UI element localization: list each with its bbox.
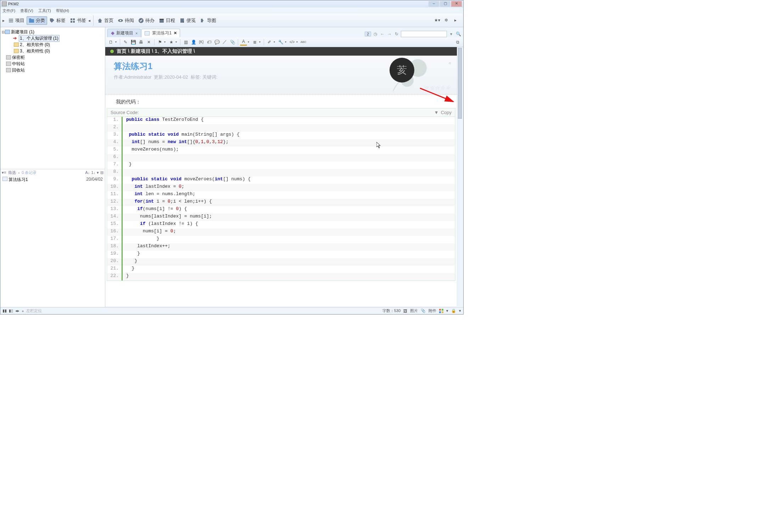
vertical-scrollbar[interactable]: [457, 47, 463, 306]
dropdown-icon[interactable]: ▾: [175, 40, 178, 44]
menu-view[interactable]: 查看(V): [20, 8, 33, 13]
tab-tags[interactable]: 标签: [47, 16, 68, 25]
tree-recycle[interactable]: 回收站: [1, 67, 104, 73]
code-line: 7. }: [107, 162, 455, 169]
tree-item-2[interactable]: 2、相关软件 (0): [1, 41, 104, 48]
star-dropdown-icon[interactable]: ★▾: [433, 17, 441, 24]
abc-icon[interactable]: ABC: [300, 39, 307, 46]
history-icon[interactable]: ◷: [373, 31, 378, 37]
highlight-icon[interactable]: ／: [221, 39, 228, 46]
nav-back-icon[interactable]: ←: [380, 31, 385, 37]
apps-icon[interactable]: [439, 309, 443, 313]
nav-toread[interactable]: 待阅: [116, 16, 136, 25]
source-icon[interactable]: </>: [289, 39, 296, 46]
dropdown-icon[interactable]: ▾: [274, 40, 276, 44]
search-dropdown-icon[interactable]: ▾: [448, 31, 454, 37]
tree-root[interactable]: ⊟新建项目 (1): [1, 29, 104, 35]
edit-icon[interactable]: ✎: [122, 39, 129, 46]
app-icon: [2, 1, 7, 6]
star-icon[interactable]: ★: [168, 39, 175, 46]
new-doc-icon[interactable]: 🗋: [107, 39, 114, 46]
tab-new-project[interactable]: 新建项目 ×: [107, 29, 141, 37]
menu-tools[interactable]: 工具(T): [38, 8, 51, 13]
dropdown-icon[interactable]: ▾: [115, 40, 118, 44]
tab-close-icon[interactable]: ×: [135, 31, 138, 35]
font-color-icon[interactable]: A: [240, 39, 247, 46]
sort-asc-icon[interactable]: A↓: [85, 170, 90, 175]
delete-icon[interactable]: ✕: [145, 39, 152, 46]
images-icon[interactable]: 🖼: [403, 309, 407, 313]
comment-icon[interactable]: 💬: [213, 39, 220, 46]
key-icon[interactable]: {K}: [198, 39, 205, 46]
dropdown-icon[interactable]: ▾: [248, 40, 251, 44]
dropdown-icon[interactable]: ▾: [459, 309, 461, 313]
entry-list: 算法练习1 20/04/02: [0, 176, 105, 307]
dropdown-icon[interactable]: ▾: [285, 40, 288, 44]
print-icon[interactable]: 🖶: [138, 39, 145, 46]
tab-project[interactable]: 项目: [6, 16, 27, 25]
list-item[interactable]: 算法练习1 20/04/02: [0, 176, 105, 183]
nav-schedule[interactable]: 日程: [157, 16, 177, 25]
tree-transfer[interactable]: 中转站: [1, 61, 104, 67]
indent-icon[interactable]: ≣: [251, 39, 258, 46]
menu-file[interactable]: 文件(F): [2, 8, 15, 13]
nav-forward-icon[interactable]: →: [387, 31, 392, 37]
person-icon[interactable]: 👤: [190, 39, 197, 46]
tab-close-icon[interactable]: ✕: [174, 31, 177, 35]
expand-sidebar-icon[interactable]: ▸: [2, 18, 6, 23]
save-icon[interactable]: 💾: [130, 39, 137, 46]
tree-item-3[interactable]: 3、相关特性 (0): [1, 48, 104, 54]
nav-home[interactable]: 首页: [95, 16, 116, 25]
layout-icon-3[interactable]: ◂▸: [15, 309, 19, 313]
collapse-sidebar-icon[interactable]: ◂: [88, 18, 92, 23]
toggle-icon[interactable]: ⊟: [100, 170, 103, 175]
attachment-icon[interactable]: 📎: [421, 309, 426, 313]
layout-icon-1[interactable]: ▮▮: [2, 309, 7, 313]
lock-icon[interactable]: 🔒: [451, 309, 456, 313]
status-dot-icon: [110, 50, 114, 53]
gear-icon[interactable]: ✲: [443, 17, 450, 24]
attachment-icon[interactable]: 📎: [229, 39, 236, 46]
minimize-button[interactable]: –: [429, 1, 439, 7]
nav-notes[interactable]: 便笺: [177, 16, 198, 25]
flag-icon[interactable]: ⚑: [156, 39, 163, 46]
filter-label[interactable]: 筛选: [8, 170, 16, 175]
tab-algorithm[interactable]: 算法练习1 ✕: [141, 29, 180, 37]
dropdown-icon[interactable]: ▾: [296, 40, 299, 44]
app-title: PKM2: [8, 2, 19, 6]
edit-mode-icon[interactable]: ✐: [266, 39, 273, 46]
close-button[interactable]: ✕: [451, 1, 462, 7]
nav-todo[interactable]: 待办: [136, 16, 157, 25]
expand-icon[interactable]: ▸: [452, 17, 459, 24]
tree-item-1[interactable]: 1、个人知识管理 (1): [1, 35, 104, 41]
nav-mindmap[interactable]: 导图: [198, 16, 218, 25]
app-window: PKM2 – ▢ ✕ 文件(F) 查看(V) 工具(T) 帮助(H) ▸ 项目 …: [0, 0, 464, 315]
layout-icon-2[interactable]: ▮▯: [9, 309, 13, 313]
tag-icon[interactable]: 🏷: [206, 39, 213, 46]
wrench-icon[interactable]: 🔧: [277, 39, 284, 46]
svg-rect-3: [29, 19, 34, 23]
filter-icon[interactable]: ▾=: [2, 170, 6, 175]
code-copy-button[interactable]: ▼Copy: [434, 110, 452, 115]
nav-refresh-icon[interactable]: ↻: [394, 31, 399, 37]
sort-desc-icon[interactable]: 1↓: [91, 170, 95, 175]
doc-options-icon[interactable]: ○: [449, 61, 451, 66]
maximize-button[interactable]: ▢: [440, 1, 450, 7]
tab-category[interactable]: 分类: [27, 16, 47, 25]
dropdown-icon[interactable]: ▾: [164, 40, 167, 44]
dropdown-icon[interactable]: ▾: [446, 309, 448, 313]
rating-stars[interactable]: ☆☆☆☆☆: [425, 85, 451, 91]
tree-vault[interactable]: 保密柜: [1, 54, 104, 61]
search-icon[interactable]: 🔍: [455, 31, 461, 37]
statusbar: ▮▮ ▮▯ ◂▸ ● 左栏定位 字数：530 🖼图片 📎附件 ▾ 🔒 ▾: [0, 307, 463, 314]
svg-point-10: [120, 20, 121, 21]
menu-help[interactable]: 帮助(H): [56, 8, 69, 13]
search-input[interactable]: [401, 31, 447, 37]
tab-bookmarks[interactable]: 书签: [68, 16, 88, 25]
columns-icon[interactable]: ▥: [182, 39, 189, 46]
popout-icon[interactable]: ⧉: [454, 39, 461, 46]
locate-left-column[interactable]: 左栏定位: [26, 308, 42, 313]
list-view-icon[interactable]: ▾: [97, 170, 99, 175]
dropdown-icon[interactable]: ▾: [259, 40, 262, 44]
code-header-label: Source Code:: [111, 110, 139, 115]
